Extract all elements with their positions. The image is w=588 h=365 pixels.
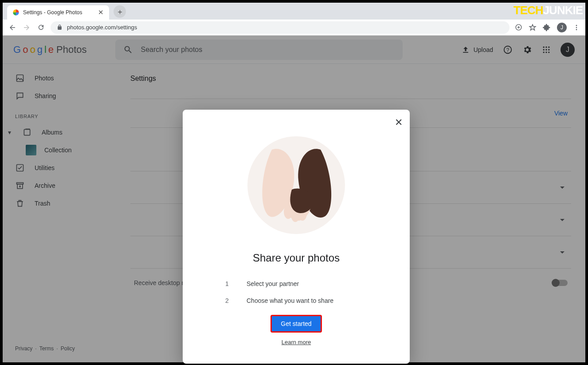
modal-illustration (247, 136, 345, 234)
browser-tabbar: Settings - Google Photos ✕ ＋ (3, 3, 585, 20)
chrome-profile-avatar[interactable]: J (557, 23, 567, 32)
learn-more-link[interactable]: Learn more (193, 339, 399, 345)
app-content: Google Photos Search your photos Upload … (3, 36, 585, 362)
reload-button[interactable] (36, 23, 45, 32)
browser-tab[interactable]: Settings - Google Photos ✕ (7, 5, 109, 20)
chrome-menu-icon[interactable] (573, 24, 580, 31)
url-text: photos.google.com/settings (67, 24, 137, 31)
forward-button[interactable] (22, 23, 31, 32)
modal-step: 2Choose what you want to share (225, 297, 367, 304)
svg-point-2 (576, 27, 577, 28)
svg-point-3 (576, 29, 577, 30)
watermark: TECHJUNKIE (514, 4, 583, 17)
close-icon[interactable]: ✕ (395, 117, 403, 128)
browser-toolbar: photos.google.com/settings J (3, 20, 585, 36)
install-icon[interactable] (515, 24, 522, 31)
svg-point-1 (576, 25, 577, 26)
get-started-button[interactable]: Get started (270, 315, 321, 333)
share-modal: ✕ Share your photos 1Select your partner… (183, 110, 410, 364)
modal-title: Share your photos (193, 252, 399, 264)
address-bar[interactable]: photos.google.com/settings (51, 21, 510, 34)
new-tab-button[interactable]: ＋ (114, 5, 126, 18)
bookmark-star-icon[interactable] (529, 24, 537, 32)
google-photos-icon (12, 9, 20, 16)
tab-title: Settings - Google Photos (23, 9, 82, 16)
tab-close-icon[interactable]: ✕ (98, 8, 104, 16)
lock-icon (57, 24, 63, 30)
modal-step: 1Select your partner (225, 280, 367, 287)
back-button[interactable] (8, 23, 17, 32)
extensions-icon[interactable] (543, 24, 551, 32)
